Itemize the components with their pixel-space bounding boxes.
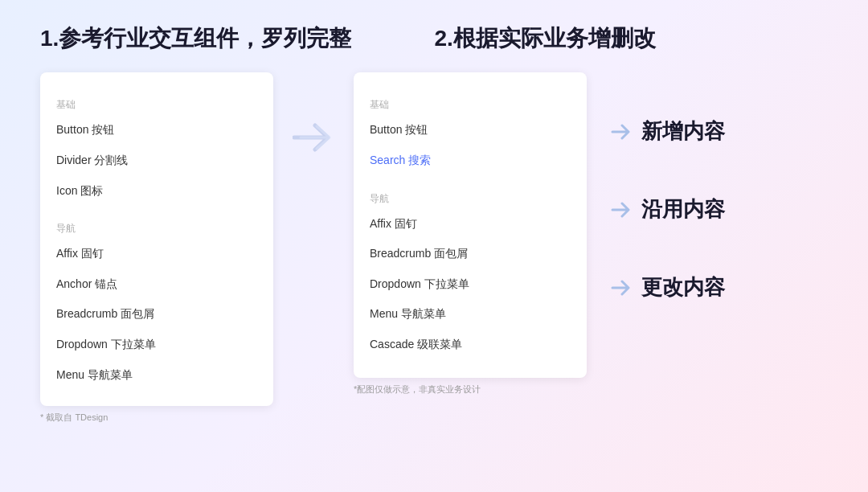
label-keep: 沿用内容 — [641, 195, 725, 223]
left-item-menu: Menu 导航菜单 — [40, 360, 273, 391]
label-new: 新增内容 — [641, 117, 725, 146]
right-item-dropdown: Dropdown 下拉菜单 — [354, 269, 587, 300]
right-item-button: Button 按钮 — [354, 115, 587, 146]
left-item-anchor: Anchor 锚点 — [40, 269, 273, 300]
right-panel: 基础 Button 按钮 Search 搜索 导航 Affix 固钉 Bread… — [354, 72, 587, 378]
left-category-nav: 导航 — [40, 215, 273, 239]
right-category-nav: 导航 — [354, 186, 587, 209]
labels-column: 新增内容 沿用内容 更改内容 — [587, 72, 725, 301]
arrow-container — [273, 72, 354, 154]
right-item-breadcrumb: Breadcrumb 面包屑 — [354, 239, 587, 269]
left-category-basic: 基础 — [40, 92, 273, 115]
left-panel: 基础 Button 按钮 Divider 分割线 Icon 图标 导航 Affi… — [40, 72, 273, 406]
section1-title: 1.参考行业交互组件，罗列完整 — [40, 24, 418, 53]
main-container: 1.参考行业交互组件，罗列完整 2.根据实际业务增删改 基础 Button 按钮… — [0, 0, 868, 492]
left-footnote: * 截取自 TDesign — [40, 412, 108, 424]
content-row: 基础 Button 按钮 Divider 分割线 Icon 图标 导航 Affi… — [40, 72, 828, 468]
left-item-dropdown: Dropdown 下拉菜单 — [40, 330, 273, 360]
right-item-menu: Menu 导航菜单 — [354, 299, 587, 330]
left-panel-wrapper: 基础 Button 按钮 Divider 分割线 Icon 图标 导航 Affi… — [40, 72, 273, 406]
right-arrow-icon — [293, 121, 334, 154]
label-group-keep: 沿用内容 — [611, 195, 725, 223]
right-panel-wrapper: 基础 Button 按钮 Search 搜索 导航 Affix 固钉 Bread… — [354, 72, 587, 378]
label-arrow-new-icon — [611, 123, 633, 141]
label-group-new: 新增内容 — [611, 117, 725, 146]
right-item-affix: Affix 固钉 — [354, 209, 587, 240]
label-change: 更改内容 — [641, 273, 725, 301]
left-item-breadcrumb: Breadcrumb 面包屑 — [40, 299, 273, 330]
right-item-cascade: Cascade 级联菜单 — [354, 330, 587, 360]
right-footnote: *配图仅做示意，非真实业务设计 — [354, 383, 481, 396]
label-group-change: 更改内容 — [611, 273, 725, 301]
left-item-affix: Affix 固钉 — [40, 239, 273, 269]
section2-title: 2.根据实际业务增删改 — [418, 24, 828, 53]
right-category-basic: 基础 — [354, 92, 587, 115]
left-item-icon: Icon 图标 — [40, 176, 273, 207]
label-arrow-change-icon — [611, 279, 633, 297]
label-arrow-keep-icon — [611, 201, 633, 219]
left-item-divider: Divider 分割线 — [40, 146, 273, 176]
right-item-search: Search 搜索 — [354, 146, 587, 176]
right-panel-group: 基础 Button 按钮 Search 搜索 导航 Affix 固钉 Bread… — [354, 72, 828, 378]
titles-row: 1.参考行业交互组件，罗列完整 2.根据实际业务增删改 — [40, 24, 828, 53]
left-item-button: Button 按钮 — [40, 115, 273, 146]
